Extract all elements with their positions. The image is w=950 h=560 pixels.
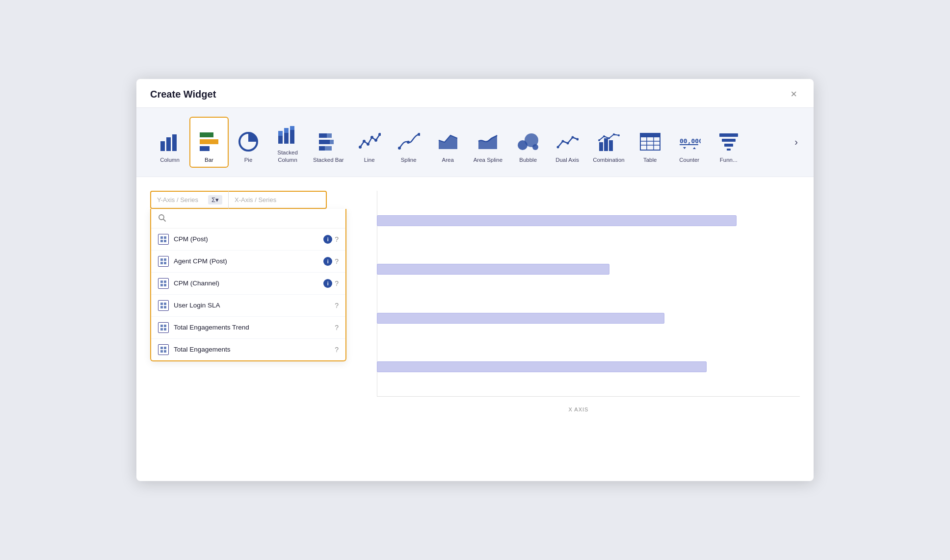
chart-type-bubble-label: Bubble: [519, 156, 537, 164]
dropdown-item-total-engagements[interactable]: Total Engagements ?: [151, 339, 345, 360]
dropdown-item-cpm-post[interactable]: CPM (Post) i ?: [151, 229, 345, 251]
chart-type-area-spline-label: Area Spline: [474, 156, 502, 164]
preview-chart: X AXIS: [357, 191, 800, 416]
svg-point-34: [572, 136, 574, 138]
svg-text:00,000: 00,000: [680, 137, 701, 145]
question-icon-total-engagements[interactable]: ?: [335, 346, 339, 354]
x-axis-label: X AXIS: [569, 407, 589, 412]
svg-point-33: [567, 142, 569, 144]
chart-type-pie-label: Pie: [244, 156, 253, 164]
svg-point-42: [613, 133, 615, 135]
svg-point-39: [598, 139, 600, 141]
item-icon-total-engagements-trend: [158, 322, 169, 333]
svg-rect-78: [160, 328, 163, 331]
chart-type-bar: Column Bar: [136, 108, 814, 177]
svg-rect-13: [319, 133, 327, 138]
svg-rect-68: [160, 280, 163, 283]
info-icon-cpm-channel[interactable]: i: [323, 279, 332, 288]
svg-rect-83: [164, 350, 166, 353]
question-icon-total-engagements-trend[interactable]: ?: [335, 324, 339, 331]
chart-type-column[interactable]: Column: [150, 117, 189, 168]
svg-rect-38: [609, 140, 613, 151]
preview-bar-row: [377, 311, 800, 325]
chart-type-bubble[interactable]: Bubble: [508, 117, 548, 168]
bar-chart-icon: [197, 130, 221, 153]
chart-type-column-label: Column: [160, 156, 180, 164]
svg-rect-0: [160, 141, 165, 151]
item-label-total-engagements-trend: Total Engagements Trend: [174, 324, 330, 331]
chart-type-dual-axis[interactable]: Dual Axis: [548, 117, 587, 168]
funnel-chart-icon: [717, 130, 740, 153]
chart-type-combination[interactable]: Combination: [587, 117, 631, 168]
svg-point-21: [367, 143, 369, 146]
x-axis-placeholder: X-Axis / Series: [235, 196, 320, 204]
y-axis-input-box[interactable]: Y-Axis / Series Σ▾: [150, 191, 229, 209]
preview-bar-row: [377, 262, 800, 276]
dropdown-item-agent-cpm-post[interactable]: Agent CPM (Post) i ?: [151, 251, 345, 273]
svg-rect-56: [724, 144, 733, 147]
stacked-bar-chart-icon: [317, 130, 340, 153]
chart-type-table-label: Table: [643, 156, 657, 164]
svg-rect-8: [278, 131, 283, 136]
x-axis-input-box[interactable]: X-Axis / Series: [229, 191, 327, 209]
chart-type-pie[interactable]: Pie: [229, 117, 268, 168]
chart-type-stacked-bar[interactable]: Stacked Bar: [307, 117, 350, 168]
preview-bar-row: [377, 360, 800, 374]
question-icon-user-login-sla[interactable]: ?: [335, 302, 339, 309]
search-input[interactable]: [170, 214, 339, 222]
item-icon-cpm-post: [158, 234, 169, 245]
chart-type-line[interactable]: Line: [350, 117, 389, 168]
y-axis-placeholder: Y-Axis / Series: [157, 196, 205, 204]
table-chart-icon: [638, 130, 662, 153]
item-label-total-engagements: Total Engagements: [174, 346, 330, 353]
item-actions-agent-cpm-post: i ?: [323, 257, 339, 266]
sigma-button[interactable]: Σ▾: [208, 195, 222, 204]
svg-point-22: [370, 136, 373, 139]
counter-chart-icon: 00,000: [678, 130, 701, 153]
svg-rect-80: [160, 347, 163, 349]
close-button[interactable]: ×: [788, 88, 800, 101]
dropdown-item-total-engagements-trend[interactable]: Total Engagements Trend ?: [151, 317, 345, 339]
svg-rect-45: [640, 133, 660, 137]
svg-rect-37: [604, 138, 608, 151]
item-label-user-login-sla: User Login SLA: [174, 302, 330, 309]
question-icon-cpm-channel[interactable]: ?: [335, 280, 339, 287]
svg-rect-5: [200, 146, 210, 151]
svg-rect-7: [278, 136, 283, 144]
chart-type-stacked-column-label: StackedColumn: [277, 149, 298, 164]
info-icon-cpm-post[interactable]: i: [323, 235, 332, 244]
chart-type-area[interactable]: Area: [428, 117, 468, 168]
svg-point-43: [618, 134, 620, 136]
chart-type-dual-axis-label: Dual Axis: [555, 156, 579, 164]
question-icon-agent-cpm-post[interactable]: ?: [335, 257, 339, 265]
chart-type-stacked-column[interactable]: StackedColumn: [268, 117, 307, 168]
svg-rect-55: [722, 139, 736, 142]
question-icon-cpm-post[interactable]: ?: [335, 235, 339, 243]
dropdown-item-user-login-sla[interactable]: User Login SLA ?: [151, 295, 345, 317]
create-widget-modal: Create Widget × Column: [136, 79, 814, 481]
chart-type-table[interactable]: Table: [631, 117, 670, 168]
svg-point-32: [562, 140, 564, 142]
area-spline-chart-icon: [476, 130, 500, 153]
chart-type-bar[interactable]: Bar: [189, 117, 229, 168]
svg-rect-18: [325, 146, 332, 151]
item-icon-total-engagements: [158, 344, 169, 355]
chart-type-spline[interactable]: Spline: [389, 117, 428, 168]
pie-chart-icon: [237, 130, 260, 153]
dual-axis-chart-icon: [555, 130, 579, 153]
chart-type-funnel[interactable]: Funn...: [709, 117, 748, 168]
dropdown-item-cpm-channel[interactable]: CPM (Channel) i ?: [151, 273, 345, 295]
svg-point-41: [608, 137, 610, 139]
item-icon-cpm-channel: [158, 278, 169, 289]
svg-rect-12: [290, 126, 294, 130]
chart-type-area-spline[interactable]: Area Spline: [468, 117, 508, 168]
scroll-right-button[interactable]: ›: [792, 136, 800, 148]
modal-title: Create Widget: [150, 89, 216, 100]
svg-point-31: [557, 146, 559, 148]
item-actions-cpm-post: i ?: [323, 235, 339, 244]
svg-rect-3: [200, 132, 213, 137]
svg-marker-52: [683, 147, 686, 149]
stacked-column-chart-icon: [276, 123, 299, 146]
chart-type-counter[interactable]: 00,000 Counter: [670, 117, 709, 168]
info-icon-agent-cpm-post[interactable]: i: [323, 257, 332, 266]
